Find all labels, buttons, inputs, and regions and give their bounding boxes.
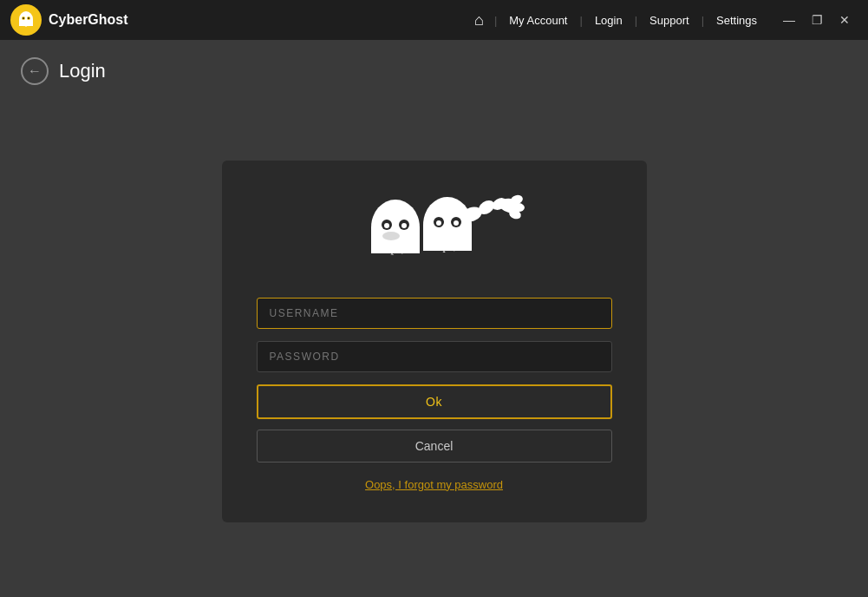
nav-login[interactable]: Login — [586, 10, 631, 30]
svg-rect-1 — [19, 19, 33, 26]
svg-rect-14 — [423, 225, 472, 251]
svg-point-5 — [28, 17, 29, 19]
login-card-wrapper: Ok Cancel Oops, I forgot my password — [21, 102, 847, 580]
username-input[interactable] — [257, 298, 612, 329]
forgot-password-link[interactable]: Oops, I forgot my password — [365, 478, 503, 491]
svg-point-11 — [401, 223, 407, 228]
svg-point-10 — [384, 223, 389, 228]
svg-point-4 — [23, 17, 24, 19]
nav-items: ⌂ | My Account | Login | Support | Setti… — [467, 8, 766, 33]
home-nav-icon[interactable]: ⌂ — [467, 8, 491, 33]
ok-button[interactable]: Ok — [257, 384, 612, 419]
page-content: ← Login — [0, 40, 868, 597]
close-button[interactable]: ✕ — [832, 7, 858, 33]
minimize-button[interactable]: — — [776, 7, 802, 33]
restore-button[interactable]: ❐ — [804, 7, 830, 33]
cancel-button[interactable]: Cancel — [257, 430, 612, 463]
window-controls: — ❐ ✕ — [776, 7, 858, 33]
ghost-illustration — [339, 187, 530, 273]
page-title: Login — [59, 60, 106, 82]
nav-settings[interactable]: Settings — [708, 10, 766, 30]
nav-support[interactable]: Support — [641, 10, 698, 30]
password-input[interactable] — [257, 341, 612, 372]
svg-rect-7 — [371, 227, 420, 253]
titlebar: CyberGhost ⌂ | My Account | Login | Supp… — [0, 0, 868, 40]
nav-my-account[interactable]: My Account — [500, 10, 576, 30]
logo-text: CyberGhost — [49, 12, 128, 28]
logo-area: CyberGhost — [10, 4, 128, 36]
back-row: ← Login — [21, 57, 847, 85]
svg-point-17 — [436, 220, 441, 226]
login-card: Ok Cancel Oops, I forgot my password — [222, 161, 647, 522]
back-icon: ← — [28, 63, 42, 79]
back-button[interactable]: ← — [21, 57, 49, 85]
svg-point-12 — [382, 232, 400, 240]
cyberghost-logo-icon — [10, 4, 42, 36]
svg-point-18 — [454, 220, 459, 226]
